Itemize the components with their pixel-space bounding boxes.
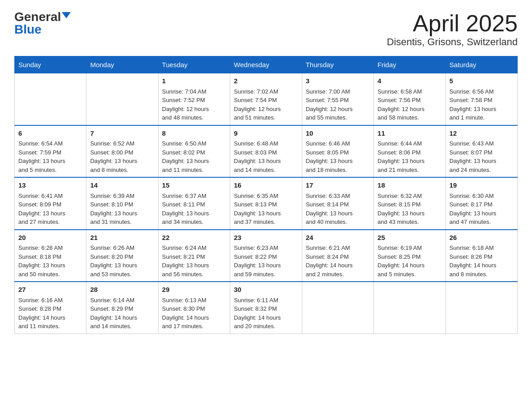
day-number: 19 <box>450 180 514 191</box>
calendar-cell: 15Sunrise: 6:37 AM Sunset: 8:11 PM Dayli… <box>158 177 230 230</box>
location-title: Disentis, Grisons, Switzerland <box>387 36 518 48</box>
day-number: 23 <box>234 233 298 243</box>
calendar-cell: 21Sunrise: 6:26 AM Sunset: 8:20 PM Dayli… <box>86 230 158 282</box>
day-info: Sunrise: 6:32 AM Sunset: 8:15 PM Dayligh… <box>378 193 425 226</box>
day-number: 13 <box>18 180 82 191</box>
calendar-cell: 29Sunrise: 6:13 AM Sunset: 8:30 PM Dayli… <box>158 282 230 334</box>
day-number: 14 <box>90 180 154 191</box>
day-info: Sunrise: 6:33 AM Sunset: 8:14 PM Dayligh… <box>306 193 353 226</box>
calendar-cell: 13Sunrise: 6:41 AM Sunset: 8:09 PM Dayli… <box>15 177 86 230</box>
day-number: 18 <box>378 180 442 191</box>
calendar-cell <box>15 73 86 125</box>
day-info: Sunrise: 6:44 AM Sunset: 8:06 PM Dayligh… <box>378 140 425 173</box>
day-info: Sunrise: 6:43 AM Sunset: 8:07 PM Dayligh… <box>450 140 497 173</box>
calendar-cell: 2Sunrise: 7:02 AM Sunset: 7:54 PM Daylig… <box>230 73 302 125</box>
day-info: Sunrise: 7:02 AM Sunset: 7:54 PM Dayligh… <box>234 88 281 121</box>
day-info: Sunrise: 6:30 AM Sunset: 8:17 PM Dayligh… <box>450 193 497 226</box>
calendar-cell: 22Sunrise: 6:24 AM Sunset: 8:21 PM Dayli… <box>158 230 230 282</box>
logo-blue: Blue <box>14 23 42 36</box>
day-info: Sunrise: 6:48 AM Sunset: 8:03 PM Dayligh… <box>234 140 281 173</box>
day-number: 6 <box>18 128 82 139</box>
calendar-week-row: 13Sunrise: 6:41 AM Sunset: 8:09 PM Dayli… <box>15 177 518 230</box>
day-info: Sunrise: 6:52 AM Sunset: 8:00 PM Dayligh… <box>90 140 137 173</box>
calendar-cell <box>374 282 446 334</box>
day-info: Sunrise: 6:11 AM Sunset: 8:32 PM Dayligh… <box>234 297 281 330</box>
day-number: 20 <box>18 233 82 243</box>
day-number: 17 <box>306 180 370 191</box>
day-number: 24 <box>306 233 370 243</box>
day-info: Sunrise: 6:39 AM Sunset: 8:10 PM Dayligh… <box>90 193 137 226</box>
calendar-cell: 14Sunrise: 6:39 AM Sunset: 8:10 PM Dayli… <box>86 177 158 230</box>
day-info: Sunrise: 7:00 AM Sunset: 7:55 PM Dayligh… <box>306 88 353 121</box>
calendar-cell: 6Sunrise: 6:54 AM Sunset: 7:59 PM Daylig… <box>15 125 86 178</box>
day-number: 2 <box>234 76 298 86</box>
day-info: Sunrise: 6:26 AM Sunset: 8:20 PM Dayligh… <box>90 244 137 278</box>
day-info: Sunrise: 6:37 AM Sunset: 8:11 PM Dayligh… <box>162 193 209 226</box>
day-number: 25 <box>378 233 442 243</box>
calendar-cell <box>86 73 158 125</box>
calendar-cell: 23Sunrise: 6:23 AM Sunset: 8:22 PM Dayli… <box>230 230 302 282</box>
day-number: 27 <box>18 285 82 295</box>
col-header-wednesday: Wednesday <box>230 56 302 73</box>
day-info: Sunrise: 6:19 AM Sunset: 8:25 PM Dayligh… <box>378 244 425 278</box>
calendar-cell: 26Sunrise: 6:18 AM Sunset: 8:26 PM Dayli… <box>446 230 517 282</box>
title-block: April 2025 Disentis, Grisons, Switzerlan… <box>387 11 518 48</box>
day-number: 12 <box>450 128 514 139</box>
day-info: Sunrise: 6:46 AM Sunset: 8:05 PM Dayligh… <box>306 140 353 173</box>
day-number: 4 <box>378 76 442 86</box>
day-number: 16 <box>234 180 298 191</box>
logo-general: General <box>14 11 61 23</box>
col-header-saturday: Saturday <box>446 56 517 73</box>
day-number: 1 <box>162 76 226 86</box>
calendar-week-row: 1Sunrise: 7:04 AM Sunset: 7:52 PM Daylig… <box>15 73 518 125</box>
day-number: 5 <box>450 76 514 86</box>
day-number: 15 <box>162 180 226 191</box>
calendar-cell: 3Sunrise: 7:00 AM Sunset: 7:55 PM Daylig… <box>302 73 373 125</box>
day-number: 30 <box>234 285 298 295</box>
day-info: Sunrise: 6:41 AM Sunset: 8:09 PM Dayligh… <box>18 193 65 226</box>
calendar-cell: 30Sunrise: 6:11 AM Sunset: 8:32 PM Dayli… <box>230 282 302 334</box>
calendar-cell: 12Sunrise: 6:43 AM Sunset: 8:07 PM Dayli… <box>446 125 517 178</box>
day-info: Sunrise: 6:35 AM Sunset: 8:13 PM Dayligh… <box>234 193 281 226</box>
calendar-cell: 4Sunrise: 6:58 AM Sunset: 7:56 PM Daylig… <box>374 73 446 125</box>
day-number: 8 <box>162 128 226 139</box>
day-number: 28 <box>90 285 154 295</box>
col-header-tuesday: Tuesday <box>158 56 230 73</box>
day-number: 10 <box>306 128 370 139</box>
calendar-cell: 7Sunrise: 6:52 AM Sunset: 8:00 PM Daylig… <box>86 125 158 178</box>
calendar-header-row: SundayMondayTuesdayWednesdayThursdayFrid… <box>15 56 518 73</box>
day-info: Sunrise: 6:21 AM Sunset: 8:24 PM Dayligh… <box>306 244 353 278</box>
calendar-week-row: 27Sunrise: 6:16 AM Sunset: 8:28 PM Dayli… <box>15 282 518 334</box>
day-info: Sunrise: 6:16 AM Sunset: 8:28 PM Dayligh… <box>18 297 65 330</box>
day-number: 29 <box>162 285 226 295</box>
day-info: Sunrise: 6:50 AM Sunset: 8:02 PM Dayligh… <box>162 140 209 173</box>
calendar-cell: 16Sunrise: 6:35 AM Sunset: 8:13 PM Dayli… <box>230 177 302 230</box>
page-header: General Blue April 2025 Disentis, Grison… <box>14 11 518 48</box>
day-info: Sunrise: 6:23 AM Sunset: 8:22 PM Dayligh… <box>234 244 281 278</box>
day-info: Sunrise: 6:28 AM Sunset: 8:18 PM Dayligh… <box>18 244 65 278</box>
calendar-cell <box>446 282 517 334</box>
day-number: 26 <box>450 233 514 243</box>
day-number: 22 <box>162 233 226 243</box>
col-header-sunday: Sunday <box>15 56 86 73</box>
day-info: Sunrise: 7:04 AM Sunset: 7:52 PM Dayligh… <box>162 88 209 121</box>
day-number: 7 <box>90 128 154 139</box>
calendar-cell: 8Sunrise: 6:50 AM Sunset: 8:02 PM Daylig… <box>158 125 230 178</box>
col-header-monday: Monday <box>86 56 158 73</box>
calendar-cell: 1Sunrise: 7:04 AM Sunset: 7:52 PM Daylig… <box>158 73 230 125</box>
calendar-cell: 5Sunrise: 6:56 AM Sunset: 7:58 PM Daylig… <box>446 73 517 125</box>
day-number: 11 <box>378 128 442 139</box>
day-number: 21 <box>90 233 154 243</box>
calendar-cell: 10Sunrise: 6:46 AM Sunset: 8:05 PM Dayli… <box>302 125 373 178</box>
day-info: Sunrise: 6:54 AM Sunset: 7:59 PM Dayligh… <box>18 140 65 173</box>
day-info: Sunrise: 6:13 AM Sunset: 8:30 PM Dayligh… <box>162 297 209 330</box>
calendar-cell: 27Sunrise: 6:16 AM Sunset: 8:28 PM Dayli… <box>15 282 86 334</box>
day-number: 9 <box>234 128 298 139</box>
day-info: Sunrise: 6:14 AM Sunset: 8:29 PM Dayligh… <box>90 297 137 330</box>
month-title: April 2025 <box>387 11 518 36</box>
calendar-week-row: 6Sunrise: 6:54 AM Sunset: 7:59 PM Daylig… <box>15 125 518 178</box>
logo-triangle-icon <box>62 12 71 18</box>
calendar-cell: 20Sunrise: 6:28 AM Sunset: 8:18 PM Dayli… <box>15 230 86 282</box>
calendar-table: SundayMondayTuesdayWednesdayThursdayFrid… <box>14 56 518 334</box>
day-info: Sunrise: 6:58 AM Sunset: 7:56 PM Dayligh… <box>378 88 425 121</box>
